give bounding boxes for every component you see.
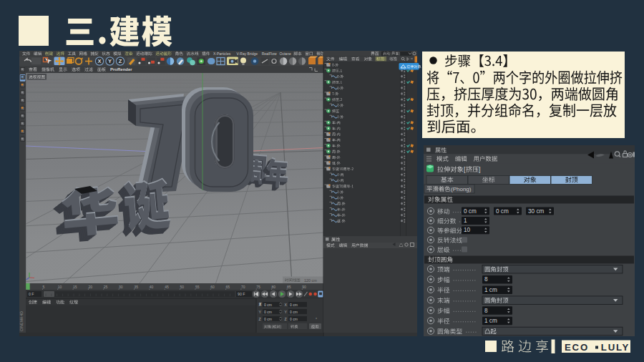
svg-text:10: 10 (58, 285, 62, 289)
svg-text:30: 30 (119, 285, 123, 289)
svg-text:ECO: ECO (565, 342, 589, 353)
svg-text:X: X (259, 303, 262, 307)
svg-text:15: 15 (73, 285, 77, 289)
svg-text:60: 60 (210, 285, 215, 289)
svg-text:0 cm: 0 cm (464, 208, 477, 215)
svg-text:1: 1 (464, 217, 467, 224)
svg-text:35: 35 (135, 285, 139, 289)
svg-text:55: 55 (195, 285, 200, 289)
svg-text:X: X (97, 58, 101, 64)
svg-text:8: 8 (484, 276, 488, 283)
svg-text:Z: Z (259, 317, 261, 321)
svg-text:0 cm: 0 cm (290, 317, 298, 321)
svg-text:0 F: 0 F (29, 292, 34, 296)
svg-text:20: 20 (88, 285, 92, 289)
svg-text:°: ° (316, 317, 317, 321)
svg-text:80: 80 (272, 285, 276, 289)
svg-text:1 cm: 1 cm (484, 287, 497, 293)
svg-text:90 F: 90 F (238, 292, 245, 296)
svg-text:Y: Y (285, 310, 288, 314)
svg-text:0 cm: 0 cm (290, 303, 298, 307)
svg-text:X: X (285, 303, 288, 307)
svg-text:10: 10 (464, 227, 471, 233)
svg-text:V-Ray Bridge: V-Ray Bridge (237, 52, 258, 56)
svg-text:X-Particles: X-Particles (213, 52, 231, 56)
svg-text:Z: Z (119, 58, 122, 64)
svg-text:LULY: LULY (601, 342, 630, 353)
svg-text:1 cm: 1 cm (484, 318, 497, 324)
svg-text:Y: Y (259, 310, 262, 314)
svg-text:40: 40 (150, 285, 154, 289)
svg-text:70: 70 (241, 285, 245, 289)
svg-text:0 cm: 0 cm (264, 303, 272, 307)
svg-text:120 cm: 120 cm (304, 278, 317, 283)
svg-text:CINEMA 4D: CINEMA 4D (19, 311, 24, 331)
svg-text:85: 85 (287, 285, 291, 289)
svg-text:Z: Z (285, 317, 287, 321)
svg-text:65: 65 (226, 285, 230, 289)
svg-text:RealFlow: RealFlow (262, 52, 277, 56)
svg-text:Octane: Octane (280, 52, 291, 56)
svg-text:0 cm: 0 cm (264, 317, 272, 321)
svg-text:8: 8 (484, 308, 488, 314)
svg-text:5: 5 (42, 285, 44, 289)
svg-text:(Phong): (Phong) (451, 186, 472, 192)
svg-text:0 cm: 0 cm (290, 310, 298, 314)
svg-text:75: 75 (256, 285, 260, 289)
svg-text:Y: Y (108, 58, 112, 64)
svg-text:0 cm: 0 cm (264, 310, 272, 314)
svg-text:90: 90 (302, 285, 306, 289)
svg-text:ProRender: ProRender (110, 67, 132, 72)
svg-text:30 cm: 30 cm (528, 208, 544, 215)
svg-text:50: 50 (180, 285, 185, 289)
svg-text:45: 45 (165, 285, 169, 289)
svg-text:]: ] (479, 166, 481, 173)
svg-text:0 cm: 0 cm (496, 208, 509, 215)
svg-text:25: 25 (104, 285, 108, 289)
